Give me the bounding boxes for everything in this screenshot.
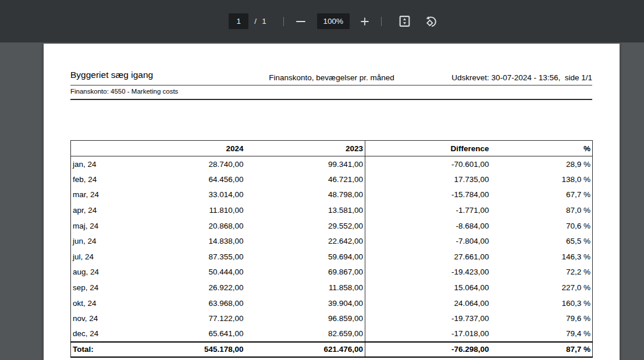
table-row: nov, 24 77.122,00 96.859,00 -19.737,00 7… <box>71 311 593 326</box>
month-cell: nov, 24 <box>71 311 147 326</box>
percent-cell: 160,3 % <box>491 295 593 311</box>
table-header-row: 2024 2023 Difference % <box>71 141 593 156</box>
value-2024-cell: 64.456,00 <box>147 172 245 187</box>
value-2023-cell: 96.859,00 <box>245 311 365 326</box>
table-row: jan, 24 28.740,00 99.341,00 -70.601,00 2… <box>71 156 593 172</box>
fit-to-page-button[interactable] <box>396 12 414 31</box>
month-cell: apr, 24 <box>71 202 147 218</box>
percent-cell: 65,5 % <box>491 233 593 249</box>
zoom-in-button[interactable] <box>355 12 374 31</box>
month-cell: sep, 24 <box>71 280 147 295</box>
value-2024-cell: 33.014,00 <box>147 187 245 203</box>
month-cell: dec, 24 <box>71 326 147 342</box>
value-2024-cell: 77.122,00 <box>147 311 245 326</box>
percent-cell: 67,7 % <box>491 187 593 203</box>
header-month <box>71 141 147 156</box>
difference-cell: -7.804,00 <box>365 233 491 249</box>
table-row: mar, 24 33.014,00 48.798,00 -15.784,00 6… <box>71 187 593 203</box>
month-cell: jul, 24 <box>71 249 147 265</box>
total-label-cell: Total: <box>71 342 147 357</box>
table-total-row: Total: 545.178,00 621.476,00 -76.298,00 … <box>71 342 593 357</box>
value-2024-cell: 14.838,00 <box>147 233 245 249</box>
account-info: Finanskonto: 4550 - Marketing costs <box>70 88 178 95</box>
month-cell: mar, 24 <box>71 187 147 203</box>
header-percent: % <box>491 141 593 156</box>
page-count-separator: / <box>254 17 257 26</box>
table-row: aug, 24 50.444,00 69.867,00 -19.423,00 7… <box>71 265 593 280</box>
difference-cell: -17.018,00 <box>365 326 491 342</box>
toolbar-divider <box>381 17 382 26</box>
printed-info: Udskrevet: 30-07-2024 - 13:56, side 1/1 <box>451 73 592 82</box>
value-2023-cell: 69.867,00 <box>245 265 365 280</box>
percent-cell: 146,3 % <box>491 249 593 265</box>
value-2023-cell: 13.581,00 <box>245 202 365 218</box>
difference-cell: 17.735,00 <box>365 172 491 187</box>
pdf-toolbar: / 1 <box>0 0 644 42</box>
value-2024-cell: 28.740,00 <box>147 156 245 172</box>
table-row: okt, 24 63.968,00 39.904,00 24.064,00 16… <box>71 295 593 311</box>
header-2024: 2024 <box>147 141 245 156</box>
value-2023-cell: 59.694,00 <box>245 249 365 265</box>
finance-table: 2024 2023 Difference % jan, 24 28.740,00… <box>70 140 593 358</box>
value-2024-cell: 65.641,00 <box>147 326 245 342</box>
value-2024-cell: 20.868,00 <box>147 218 245 234</box>
month-cell: maj, 24 <box>71 218 147 234</box>
percent-cell: 28,9 % <box>491 156 593 172</box>
value-2024-cell: 11.810,00 <box>147 202 245 218</box>
fit-to-page-icon <box>398 15 411 28</box>
value-2023-cell: 29.552,00 <box>245 218 365 234</box>
month-cell: jan, 24 <box>71 156 147 172</box>
value-2023-cell: 48.798,00 <box>245 187 365 203</box>
difference-cell: -70.601,00 <box>365 156 491 172</box>
header-2023: 2023 <box>245 141 365 156</box>
zoom-level-input[interactable] <box>317 13 350 29</box>
table-row: feb, 24 64.456,00 46.721,00 17.735,00 13… <box>71 172 593 187</box>
percent-cell: 138,0 % <box>491 172 593 187</box>
header-difference: Difference <box>365 141 491 156</box>
total-difference-cell: -76.298,00 <box>365 342 491 357</box>
value-2023-cell: 99.341,00 <box>245 156 365 172</box>
value-2023-cell: 39.904,00 <box>245 295 365 311</box>
table-row: jun, 24 14.838,00 22.642,00 -7.804,00 65… <box>71 233 593 249</box>
difference-cell: -15.784,00 <box>365 187 491 203</box>
percent-cell: 79,6 % <box>491 311 593 326</box>
difference-cell: -19.737,00 <box>365 311 491 326</box>
value-2024-cell: 87.355,00 <box>147 249 245 265</box>
rotate-counterclockwise-button[interactable] <box>422 12 441 31</box>
page-count-total: 1 <box>262 17 266 26</box>
value-2023-cell: 22.642,00 <box>245 233 365 249</box>
total-percent-cell: 87,7 % <box>491 342 593 357</box>
month-cell: aug, 24 <box>71 265 147 280</box>
percent-cell: 72,2 % <box>491 265 593 280</box>
zoom-out-button[interactable] <box>291 12 310 31</box>
value-2024-cell: 50.444,00 <box>147 265 245 280</box>
value-2024-cell: 26.922,00 <box>147 280 245 295</box>
table-row: dec, 24 65.641,00 82.659,00 -17.018,00 7… <box>71 326 593 342</box>
rotate-counterclockwise-icon <box>425 15 438 28</box>
total-2023-cell: 621.476,00 <box>245 342 365 357</box>
month-cell: jun, 24 <box>71 233 147 249</box>
toolbar-divider <box>283 17 284 26</box>
difference-cell: -1.771,00 <box>365 202 491 218</box>
table-row: sep, 24 26.922,00 11.858,00 15.064,00 22… <box>71 280 593 295</box>
difference-cell: 27.661,00 <box>365 249 491 265</box>
value-2023-cell: 11.858,00 <box>245 280 365 295</box>
value-2024-cell: 63.968,00 <box>147 295 245 311</box>
header-rule <box>70 85 592 85</box>
pdf-page: Byggeriet sæg igang Finanskonto, bevægel… <box>44 44 620 360</box>
difference-cell: 24.064,00 <box>365 295 491 311</box>
table-row: apr, 24 11.810,00 13.581,00 -1.771,00 87… <box>71 202 593 218</box>
difference-cell: 15.064,00 <box>365 280 491 295</box>
difference-cell: -19.423,00 <box>365 265 491 280</box>
percent-cell: 227,0 % <box>491 280 593 295</box>
month-cell: okt, 24 <box>71 295 147 311</box>
month-cell: feb, 24 <box>71 172 147 187</box>
percent-cell: 79,4 % <box>491 326 593 342</box>
total-2024-cell: 545.178,00 <box>147 342 245 357</box>
toolbar-controls: / 1 <box>229 12 440 31</box>
minus-icon <box>296 21 305 22</box>
table-row: maj, 24 20.868,00 29.552,00 -8.684,00 70… <box>71 218 593 234</box>
value-2023-cell: 82.659,00 <box>245 326 365 342</box>
page-number-input[interactable] <box>229 13 248 29</box>
plus-icon <box>359 16 371 27</box>
